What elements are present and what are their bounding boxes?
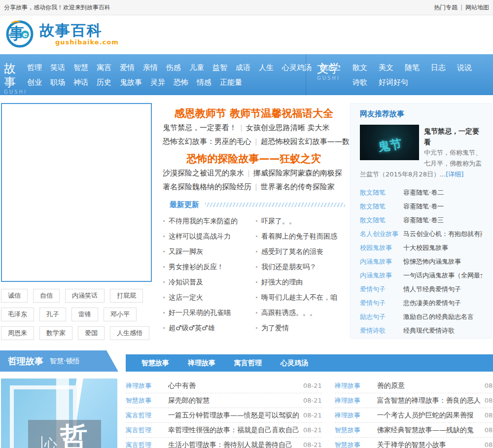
nav-item[interactable]: 灵异 bbox=[150, 78, 165, 87]
story-link[interactable]: 超♂级♂英♂雄 bbox=[169, 324, 215, 332]
category-link[interactable]: 散文随笔 bbox=[360, 200, 403, 213]
story-link[interactable]: 女孩创业思路清晰 卖大米 bbox=[246, 123, 330, 132]
nav-item[interactable]: 智慧 bbox=[73, 63, 88, 72]
tag-button[interactable]: 数学家 bbox=[39, 326, 72, 340]
tag-button[interactable]: 内涵笑话 bbox=[65, 289, 105, 303]
nav-item[interactable]: 哲理 bbox=[27, 63, 42, 72]
category-link[interactable]: 爱情句子 bbox=[360, 282, 403, 296]
nav-item[interactable]: 职场 bbox=[50, 78, 65, 87]
story-link[interactable]: 容斋随笔·卷一 bbox=[403, 200, 444, 213]
story-link[interactable]: 恐怖玄幻故事：男巫的毛心 bbox=[163, 137, 251, 146]
tag-button[interactable]: 人生感悟 bbox=[110, 326, 149, 340]
story-link[interactable]: 鬼节禁忌，一定要看 bbox=[424, 127, 479, 146]
story-link[interactable]: 马云创业心机：有抱怨就有商机 bbox=[403, 227, 482, 241]
tag-button[interactable]: 孔子 bbox=[39, 308, 66, 321]
tag-button[interactable]: 雷锋 bbox=[71, 308, 98, 321]
nav-item[interactable]: 散文 bbox=[352, 63, 367, 72]
story-link[interactable]: 沙漠探险之被诅咒的泉水 bbox=[163, 169, 244, 177]
nav-item[interactable]: 亲情 bbox=[143, 63, 158, 72]
category-link[interactable]: 禅理故事 bbox=[126, 381, 168, 390]
story-link[interactable]: 心中有善 bbox=[168, 381, 299, 390]
story-link[interactable]: 容斋随笔·卷三 bbox=[403, 213, 444, 227]
story-link[interactable]: 看着脚上的兔子鞋而困惑 bbox=[261, 232, 337, 240]
nav-item[interactable]: 爱情 bbox=[120, 63, 135, 72]
story-link[interactable]: 我们还是朋友吗？ bbox=[261, 263, 317, 271]
tag-button[interactable]: 诚信 bbox=[1, 289, 28, 303]
category-link[interactable]: 寓言哲理 bbox=[126, 441, 168, 448]
story-link[interactable]: 一篇五分钟哲理故事——愤怒是可以驾驭的 bbox=[168, 411, 299, 420]
story-link[interactable]: 著名探险魏格纳的探险经历 bbox=[163, 182, 251, 191]
category-link[interactable]: 散文随笔 bbox=[360, 186, 403, 200]
story-link[interactable]: 挪威探险家阿蒙森的南极探 bbox=[253, 169, 342, 177]
nav-item[interactable]: 恐怖 bbox=[174, 78, 188, 87]
story-link[interactable]: 关于禅学的智慧小故事 bbox=[377, 441, 481, 448]
story-link[interactable]: 世界著名的传奇探险家 bbox=[261, 182, 335, 191]
story-link[interactable]: 经典现代爱情诗歌 bbox=[403, 324, 455, 338]
story-link[interactable]: 鬼节禁忌，一定要看！ bbox=[163, 123, 237, 132]
nav-item[interactable]: 笑话 bbox=[50, 63, 65, 72]
featured-thumbnail[interactable]: 鬼节 bbox=[360, 125, 419, 160]
nav-item[interactable]: 美文 bbox=[379, 63, 393, 72]
story-link[interactable]: 冷知识普及 bbox=[169, 278, 203, 286]
nav-item[interactable]: 好词好句 bbox=[379, 78, 408, 87]
detail-link[interactable]: [详细] bbox=[446, 171, 463, 178]
nav-item[interactable]: 正能量 bbox=[220, 78, 242, 87]
tab-wisdom-stories[interactable]: 智慧故事 bbox=[141, 359, 169, 368]
story-link[interactable]: 悲伤凄美的爱情句子 bbox=[403, 296, 461, 310]
tag-button[interactable]: 自信 bbox=[33, 289, 60, 303]
story-link[interactable]: 吓尿了。。 bbox=[261, 217, 296, 225]
topbar-link-hot-topics[interactable]: 热门专题 bbox=[434, 4, 458, 11]
nav-item[interactable]: 伤感 bbox=[166, 63, 181, 72]
category-link[interactable]: 寓言哲理 bbox=[126, 426, 168, 435]
category-link[interactable]: 智慧故事 bbox=[335, 441, 377, 448]
story-link[interactable]: 好一只呆萌的孔雀喵 bbox=[169, 309, 231, 316]
nav-item[interactable]: 日志 bbox=[431, 63, 446, 72]
tab-fable-philosophy[interactable]: 寓言哲理 bbox=[234, 359, 262, 368]
nav-item[interactable]: 神话 bbox=[73, 78, 88, 87]
category-link[interactable]: 禅理故事 bbox=[335, 381, 377, 390]
category-link[interactable]: 智慧故事 bbox=[335, 426, 377, 435]
story-link[interactable]: 经典古风句子精选 bbox=[403, 338, 455, 339]
nav-item[interactable]: 人生 bbox=[259, 63, 274, 72]
category-link[interactable]: 校园鬼故事 bbox=[360, 241, 403, 255]
story-link[interactable]: 一个考古人员护巨蛇的因果善报 bbox=[377, 411, 481, 420]
category-link[interactable]: 智慧故事 bbox=[126, 396, 168, 405]
nav-item[interactable]: 说说 bbox=[457, 63, 472, 72]
nav-item[interactable]: 鬼故事 bbox=[120, 78, 142, 87]
tag-button[interactable]: 毛泽东 bbox=[1, 308, 34, 321]
nav-item[interactable]: 历史 bbox=[97, 78, 111, 87]
category-link[interactable]: 禅理故事 bbox=[335, 396, 377, 405]
nav-item[interactable]: 创业 bbox=[27, 78, 42, 87]
story-link[interactable]: 富含智慧的禅理故事：善良的恶人 bbox=[377, 396, 481, 405]
story-link[interactable]: 十大校园鬼故事 bbox=[403, 241, 448, 255]
tag-button[interactable]: 打屁屁 bbox=[110, 289, 143, 303]
story-link[interactable]: 为了爱情 bbox=[261, 324, 289, 332]
topbar-link-sitemap[interactable]: 网站地图 bbox=[465, 4, 489, 11]
story-link[interactable]: 幸哲理性很强的故事：福就是自己喜欢自己 bbox=[168, 426, 299, 435]
story-link[interactable]: 男女撞衫的反应！ bbox=[169, 263, 224, 271]
category-link[interactable]: 禅理故事 bbox=[335, 411, 377, 420]
story-link[interactable]: 生活小哲理故事：善待别人就是善待自己 bbox=[168, 441, 299, 448]
tag-button[interactable]: 爱国 bbox=[78, 326, 105, 340]
category-link[interactable]: 内涵鬼故事 bbox=[360, 255, 403, 269]
story-link[interactable]: 屎壳郎的智慧 bbox=[168, 396, 299, 405]
nav-item[interactable]: 诗歌 bbox=[352, 78, 367, 87]
story-link[interactable]: 容斋随笔·卷二 bbox=[403, 186, 444, 200]
story-link[interactable]: 佛家经典智慧故事——残缺的鬼 bbox=[377, 426, 481, 435]
headline-link[interactable]: 感恩教师节 教师节温馨祝福语大全 bbox=[163, 106, 345, 121]
category-link[interactable]: 寓言哲理 bbox=[126, 411, 168, 420]
category-link[interactable]: 散文随笔 bbox=[360, 213, 403, 227]
story-link[interactable]: 好强大的理由 bbox=[261, 278, 303, 286]
category-link[interactable]: 爱情句子 bbox=[360, 296, 403, 310]
tab-zen-stories[interactable]: 禅理故事 bbox=[188, 359, 215, 368]
story-link[interactable]: 善的原意 bbox=[377, 381, 481, 390]
nav-item[interactable]: 成语 bbox=[236, 63, 250, 72]
story-link[interactable]: 超恐怖校园玄幻故事——数 bbox=[261, 137, 350, 146]
story-link[interactable]: 这样可以提高战斗力 bbox=[169, 232, 231, 240]
site-logo[interactable]: 事 e 故事百科 gushibaike.com bbox=[5, 19, 119, 49]
story-link[interactable]: 一句话内涵鬼故事（全网最全） bbox=[403, 269, 482, 282]
category-link[interactable]: 名人创业故事 bbox=[360, 227, 403, 241]
story-link[interactable]: 感受到了莫名的沮丧 bbox=[261, 247, 323, 255]
nav-item[interactable]: 情感 bbox=[197, 78, 211, 87]
category-link[interactable]: 爱情诗歌 bbox=[360, 324, 403, 338]
